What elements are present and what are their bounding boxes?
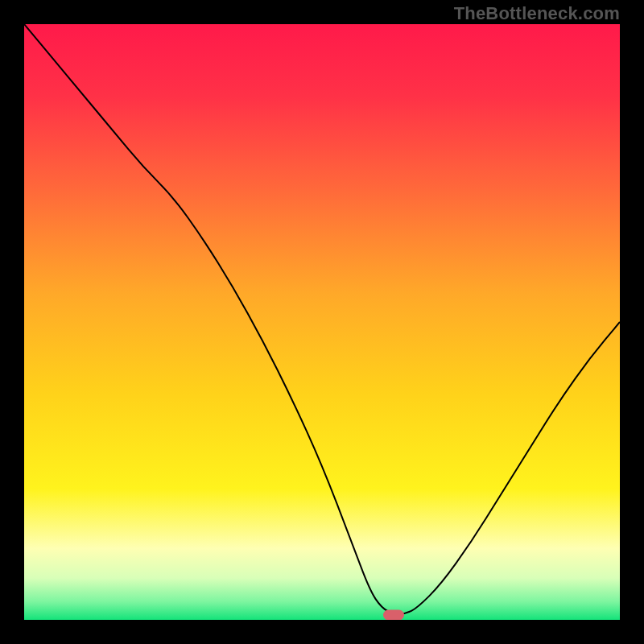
curve-layer — [24, 24, 620, 620]
plot-area — [24, 24, 620, 620]
chart-frame: TheBottleneck.com — [0, 0, 644, 644]
bottleneck-curve — [24, 24, 620, 614]
watermark-text: TheBottleneck.com — [454, 3, 620, 24]
optimal-marker — [383, 610, 404, 620]
